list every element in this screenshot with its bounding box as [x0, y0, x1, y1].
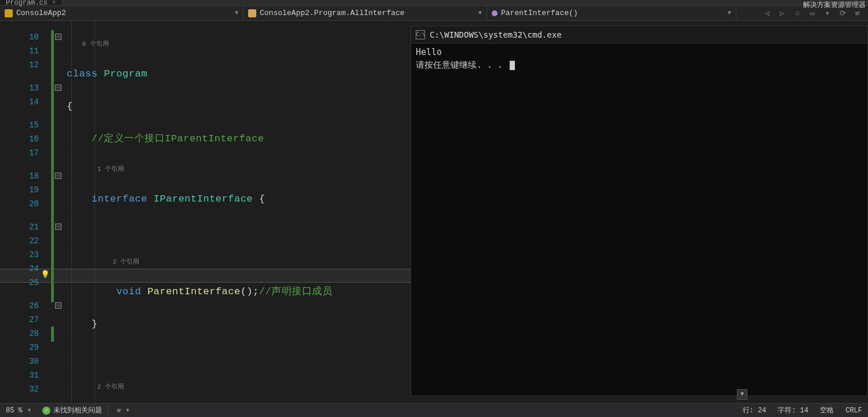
- chevron-down-icon[interactable]: ▼: [478, 10, 482, 16]
- line-number: 21: [0, 220, 39, 234]
- line-number: 23: [0, 248, 39, 262]
- line-number: 25: [0, 276, 39, 290]
- breadcrumb-project-label: ConsoleApp2: [16, 9, 66, 17]
- breadcrumb-class-label: ConsoleApp2.Program.AllInterface: [260, 9, 405, 17]
- breadcrumb-bar: ConsoleApp2 ▼ ConsoleApp2.Program.AllInt…: [0, 6, 868, 21]
- codelens-ref[interactable]: 1 个引用: [97, 166, 124, 173]
- solution-explorer-label[interactable]: 解决方案资源管理器: [803, 0, 866, 10]
- home-icon[interactable]: ⌂: [793, 9, 802, 18]
- zoom-level[interactable]: 85 %▼: [0, 407, 37, 415]
- line-number: 24: [0, 262, 39, 276]
- fold-toggle-icon[interactable]: −: [55, 85, 61, 91]
- line-number: 31: [0, 368, 39, 382]
- class-icon: [248, 9, 256, 17]
- codelens-ref[interactable]: 2 个引用: [97, 383, 124, 390]
- check-circle-icon: ✓: [42, 407, 50, 415]
- code-content[interactable]: 0 个引用 class Program { //定义一个接口IParentInt…: [67, 21, 411, 403]
- method-icon: [492, 10, 497, 16]
- line-number: 11: [0, 44, 39, 58]
- cursor-line[interactable]: 行: 24: [737, 405, 772, 415]
- lightbulb-icon[interactable]: 💡: [41, 270, 50, 279]
- line-number-gutter: 10 11 12 13 14 15 16 17 18 19 20 21 22 2…: [0, 21, 43, 403]
- line-number: 27: [0, 313, 39, 327]
- cmd-icon: C:\: [416, 30, 425, 39]
- cursor-icon: [510, 61, 515, 70]
- fold-toggle-icon[interactable]: −: [55, 173, 61, 179]
- fold-toggle-icon[interactable]: −: [55, 34, 61, 40]
- cursor-char[interactable]: 字符: 14: [772, 405, 814, 415]
- line-number: 20: [0, 197, 39, 211]
- csharp-file-icon: [5, 9, 13, 17]
- line-number: 12: [0, 58, 39, 72]
- code-editor[interactable]: 10 11 12 13 14 15 16 17 18 19 20 21 22 2…: [0, 21, 411, 403]
- modification-bar: [51, 21, 54, 403]
- line-number: 14: [0, 95, 39, 109]
- chevron-down-icon[interactable]: ▼: [126, 408, 129, 414]
- console-line: 请按任意键继续. . .: [416, 58, 863, 71]
- build-tool[interactable]: ⚒ ▼: [108, 406, 135, 415]
- line-number: 18: [0, 169, 39, 183]
- line-number: 10: [0, 30, 39, 44]
- scroll-down-button[interactable]: ▼: [737, 389, 747, 400]
- console-title-text: C:\WINDOWS\system32\cmd.exe: [430, 30, 562, 39]
- line-number: 17: [0, 146, 39, 160]
- codelens-ref[interactable]: 0 个引用: [82, 41, 108, 47]
- indent-mode[interactable]: 空格: [814, 405, 840, 415]
- console-titlebar[interactable]: C:\ C:\WINDOWS\system32\cmd.exe: [411, 26, 867, 43]
- line-number: 15: [0, 118, 39, 132]
- fold-toggle-icon[interactable]: −: [55, 302, 61, 309]
- breadcrumb-method[interactable]: ParentInterface() ▼: [487, 6, 736, 20]
- line-ending[interactable]: CRLF: [840, 405, 868, 415]
- console-window: C:\ C:\WINDOWS\system32\cmd.exe Hello 请按…: [411, 25, 868, 396]
- file-tab-bar: Program.cs × 解决方案资源管理器: [0, 0, 868, 6]
- fold-gutter: − − − − −: [55, 21, 66, 403]
- chevron-down-icon[interactable]: ▼: [728, 10, 731, 16]
- line-number: 22: [0, 234, 39, 248]
- file-tab-program[interactable]: Program.cs ×: [0, 0, 61, 5]
- fold-toggle-icon[interactable]: −: [55, 224, 61, 230]
- issues-status[interactable]: ✓ 未找到相关问题: [37, 405, 108, 415]
- nav-back-icon[interactable]: ◁: [762, 9, 772, 18]
- codelens-ref[interactable]: 2 个引用: [112, 258, 139, 265]
- breadcrumb-class[interactable]: ConsoleApp2.Program.AllInterface ▼: [244, 6, 487, 20]
- line-number: 30: [0, 354, 39, 368]
- close-icon[interactable]: ×: [52, 0, 56, 6]
- line-number: 29: [0, 341, 39, 354]
- line-number: 13: [0, 81, 39, 95]
- line-number: 26: [0, 299, 39, 313]
- hammer-icon: ⚒: [117, 406, 121, 415]
- file-tab-label: Program.cs: [6, 0, 48, 7]
- status-bar: 85 %▼ ✓ 未找到相关问题 ⚒ ▼ 行: 24 字符: 14 空格 CRLF: [0, 403, 868, 417]
- breadcrumb-method-label: ParentInterface(): [501, 9, 578, 17]
- chevron-down-icon[interactable]: ▼: [28, 408, 31, 414]
- line-number: 16: [0, 132, 39, 146]
- console-output[interactable]: Hello 请按任意键继续. . .: [411, 43, 867, 74]
- console-line: Hello: [416, 46, 863, 58]
- breadcrumb-project[interactable]: ConsoleApp2 ▼: [0, 6, 244, 20]
- line-number: 28: [0, 327, 39, 341]
- line-number: 19: [0, 183, 39, 197]
- nav-forward-icon[interactable]: ▷: [778, 9, 787, 18]
- line-number: 32: [0, 382, 39, 396]
- chevron-down-icon[interactable]: ▼: [235, 10, 238, 16]
